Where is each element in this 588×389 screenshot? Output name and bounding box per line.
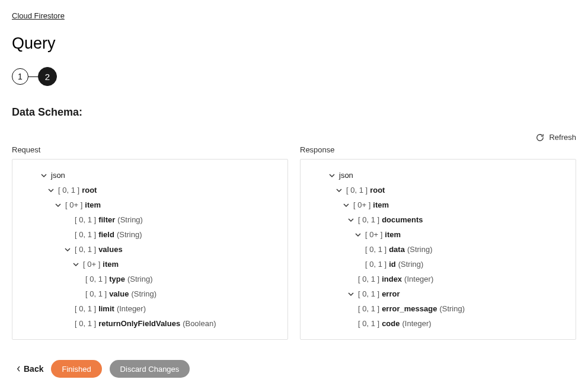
chevron-down-icon [347,216,355,224]
tree-node-root[interactable]: [ 0, 1 ] root [18,183,282,197]
tree-node-filter[interactable]: [ 0, 1 ] filter (String) [18,212,282,227]
stepper: 1 2 [12,67,576,86]
node-cardinality: [ 0, 1 ] [358,216,379,224]
tree-node-type[interactable]: [ 0, 1 ] type (String) [18,272,282,286]
chevron-down-icon [354,231,362,239]
node-name: item [103,260,119,268]
tree-node-values-item[interactable]: [ 0+ ] item [18,257,282,272]
tree-node-item[interactable]: [ 0+ ] item [18,197,282,212]
request-tree: json [ 0, 1 ] root [ 0+ ] item [ 0, 1 ] … [18,168,282,331]
node-cardinality: [ 0+ ] [353,201,370,209]
node-cardinality: [ 0, 1 ] [75,231,96,238]
tree-node-value[interactable]: [ 0, 1 ] value (String) [18,286,282,301]
node-type: (String) [131,290,156,298]
step-2[interactable]: 2 [38,67,57,86]
node-name: limit [98,305,114,313]
chevron-down-icon [342,201,350,209]
response-tree: json [ 0, 1 ] root [ 0+ ] item [ 0, 1 ] … [306,168,570,331]
tree-node-code[interactable]: [ 0, 1 ] code (Integer) [306,316,570,331]
tree-node-data[interactable]: [ 0, 1 ] data (String) [306,242,570,257]
node-name: code [382,320,400,327]
refresh-button[interactable]: Refresh [12,133,576,142]
node-cardinality: [ 0, 1 ] [365,245,386,253]
breadcrumb-link[interactable]: Cloud Firestore [12,11,65,20]
request-heading: Request [12,145,288,154]
footer: Back Finished Discard Changes [12,360,576,378]
node-cardinality: [ 0, 1 ] [358,305,379,313]
section-heading: Data Schema: [12,106,576,119]
node-cardinality: [ 0+ ] [65,201,82,209]
node-label: json [51,171,65,179]
node-cardinality: [ 0, 1 ] [358,290,379,298]
tree-node-field[interactable]: [ 0, 1 ] field (String) [18,227,282,242]
step-1[interactable]: 1 [12,68,28,85]
chevron-down-icon [54,201,62,209]
node-name: filter [98,216,115,224]
node-cardinality: [ 0+ ] [83,260,100,268]
request-column: Request json [ 0, 1 ] root [ 0+ ] item [12,145,288,340]
tree-node-documents[interactable]: [ 0, 1 ] documents [306,212,570,227]
chevron-down-icon [47,186,55,194]
node-cardinality: [ 0, 1 ] [365,260,386,268]
tree-node-returnonly[interactable]: [ 0, 1 ] returnOnlyFieldValues (Boolean) [18,316,282,331]
node-name: error [382,290,400,298]
node-cardinality: [ 0, 1 ] [85,290,107,298]
node-name: item [373,201,389,209]
node-cardinality: [ 0, 1 ] [58,186,79,194]
node-name: documents [382,216,423,224]
tree-node-id[interactable]: [ 0, 1 ] id (String) [306,257,570,272]
node-name: index [382,275,402,283]
node-type: (String) [407,245,433,253]
tree-node-json[interactable]: json [18,168,282,183]
node-type: (String) [117,231,142,238]
tree-node-documents-item[interactable]: [ 0+ ] item [306,227,570,242]
node-name: id [389,260,396,268]
tree-node-index[interactable]: [ 0, 1 ] index (Integer) [306,272,570,286]
node-name: type [109,275,125,283]
tree-node-limit[interactable]: [ 0, 1 ] limit (Integer) [18,301,282,316]
node-cardinality: [ 0, 1 ] [85,275,107,283]
node-cardinality: [ 0, 1 ] [358,275,379,283]
tree-node-item[interactable]: [ 0+ ] item [306,197,570,212]
node-cardinality: [ 0, 1 ] [75,320,96,327]
chevron-left-icon [17,366,21,372]
back-button[interactable]: Back [12,364,43,374]
node-cardinality: [ 0, 1 ] [75,216,96,224]
node-cardinality: [ 0, 1 ] [75,305,96,313]
request-panel: json [ 0, 1 ] root [ 0+ ] item [ 0, 1 ] … [12,159,288,340]
node-type: (String) [398,260,424,268]
finished-button[interactable]: Finished [51,360,101,378]
node-type: (Integer) [404,275,433,283]
node-type: (Integer) [402,320,431,327]
page-title: Query [12,34,576,53]
node-type: (Integer) [117,305,146,313]
tree-node-values[interactable]: [ 0, 1 ] values [18,242,282,257]
node-name: data [389,245,405,253]
tree-node-error[interactable]: [ 0, 1 ] error [306,286,570,301]
refresh-label: Refresh [549,133,576,142]
node-cardinality: [ 0, 1 ] [346,186,368,194]
node-name: error_message [382,305,437,313]
node-type: (String) [117,216,143,224]
node-cardinality: [ 0, 1 ] [358,320,379,327]
node-cardinality: [ 0, 1 ] [75,245,96,253]
response-column: Response json [ 0, 1 ] root [ 0+ ] item [300,145,576,340]
chevron-down-icon [40,171,48,180]
chevron-down-icon [328,171,336,180]
step-connector [28,76,38,77]
discard-button[interactable]: Discard Changes [110,360,190,378]
chevron-down-icon [335,186,343,194]
tree-node-root[interactable]: [ 0, 1 ] root [306,183,570,197]
node-name: root [370,186,385,194]
node-name: item [85,201,101,209]
tree-node-json[interactable]: json [306,168,570,183]
tree-node-error-message[interactable]: [ 0, 1 ] error_message (String) [306,301,570,316]
node-name: root [82,186,97,194]
node-name: value [109,290,129,298]
chevron-down-icon [72,260,80,269]
back-label: Back [24,364,43,374]
node-name: values [98,245,122,253]
node-type: (String) [439,305,465,313]
node-type: (String) [127,275,153,283]
chevron-down-icon [347,290,355,298]
